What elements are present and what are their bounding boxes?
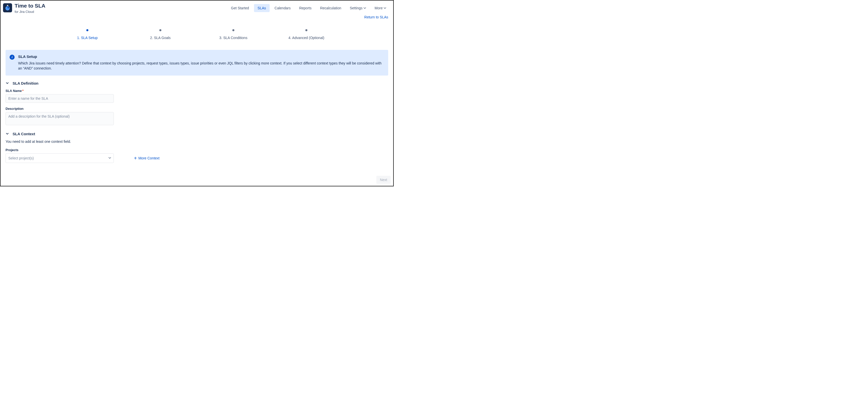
nav-get-started[interactable]: Get Started [227,4,253,12]
nav-label: Recalculation [320,6,341,10]
nav-label: Get Started [231,6,249,10]
plus-icon: + [134,156,137,161]
projects-select[interactable]: Select project(s) [5,153,114,163]
section-title: SLA Context [12,132,35,136]
nav-label: Calendars [275,6,291,10]
description-textarea[interactable] [5,112,114,125]
section-title: SLA Definition [12,81,38,85]
main-nav: Get Started SLAs Calendars Reports Recal… [227,4,390,12]
chevron-down-icon [364,6,366,10]
step-advanced[interactable]: 4. Advanced (Optional) [270,29,343,40]
nav-calendars[interactable]: Calendars [271,4,294,12]
step-label: 4. Advanced (Optional) [288,36,324,40]
nav-slas[interactable]: SLAs [254,4,269,12]
step-dot-icon [232,29,235,31]
sla-name-label: SLA Name* [5,89,388,93]
step-sla-setup[interactable]: 1. SLA Setup [51,29,124,40]
select-placeholder: Select project(s) [8,156,34,160]
info-banner: i SLA Setup Which Jira issues need timel… [5,50,388,76]
nav-label: Settings [350,6,363,10]
chevron-down-icon [384,6,386,10]
chevron-down-icon [108,156,111,160]
nav-label: SLAs [257,6,266,10]
step-sla-goals[interactable]: 2. SLA Goals [124,29,197,40]
step-sla-conditions[interactable]: 3. SLA Conditions [197,29,270,40]
label-text: SLA Name [5,89,22,93]
app-title: Time to SLA [14,2,45,9]
description-label: Description [5,107,388,111]
app-subtitle: for Jira Cloud [14,10,45,13]
nav-settings[interactable]: Settings [346,4,370,12]
return-to-slas-link[interactable]: Return to SLAs [364,15,388,19]
projects-label: Projects [5,148,388,152]
nav-label: Reports [299,6,311,10]
app-logo-icon [3,3,12,12]
step-dot-icon [305,29,307,31]
section-sla-context-toggle[interactable]: SLA Context [5,132,388,136]
info-icon: i [9,55,14,60]
nav-label: More [375,6,383,10]
info-title: SLA Setup [18,54,383,59]
required-asterisk: * [22,89,24,93]
nav-reports[interactable]: Reports [296,4,315,12]
chevron-down-icon [5,133,9,135]
next-button[interactable]: Next [376,176,391,184]
progress-stepper: 1. SLA Setup 2. SLA Goals 3. SLA Conditi… [0,19,393,45]
context-note: You need to add at least one context fie… [5,140,388,144]
more-context-label: More Context [138,156,160,160]
more-context-button[interactable]: + More Context [134,156,160,161]
step-label: 2. SLA Goals [150,36,171,40]
step-dot-icon [159,29,161,31]
info-text: Which Jira issues need timely attention?… [18,61,383,71]
step-dot-icon [86,29,88,31]
step-label: 1. SLA Setup [77,36,98,40]
svg-rect-1 [7,5,8,6]
nav-recalculation[interactable]: Recalculation [316,4,345,12]
stopwatch-icon [4,5,10,11]
section-sla-definition-toggle[interactable]: SLA Definition [5,81,388,85]
step-label: 3. SLA Conditions [219,36,247,40]
nav-more[interactable]: More [371,4,390,12]
chevron-down-icon [5,82,9,84]
sla-name-input[interactable] [5,94,114,103]
